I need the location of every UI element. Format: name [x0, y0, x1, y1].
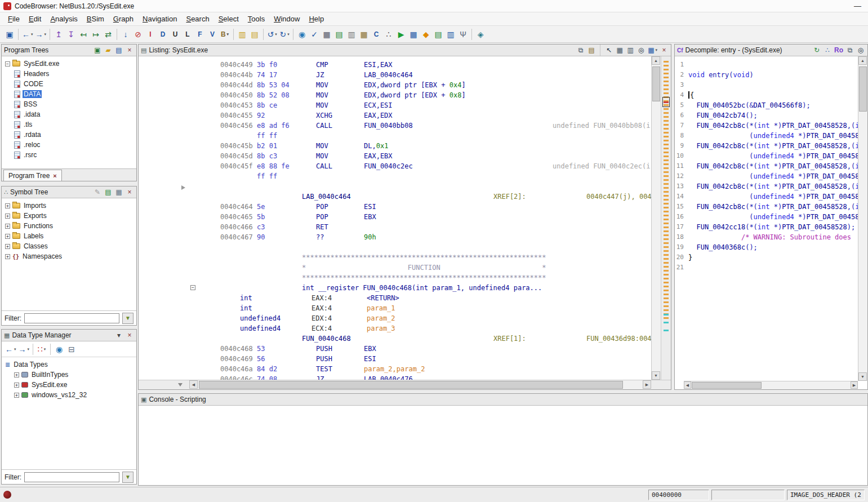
dtm-item-windows_vs12_32[interactable]: +windows_vs12_32 [3, 390, 135, 400]
scrollbar-thumb[interactable] [199, 381, 623, 389]
code-text[interactable]: FUN_0042cb8c(*(int *)PTR_DAT_00458528,(i… [688, 121, 858, 131]
listing-row[interactable]: 0040c44d8b 53 04MOVEDX,dword ptr [EBX + … [139, 80, 651, 90]
operands-field[interactable]: ESI [364, 354, 376, 364]
bytes-field[interactable]: ff ff [257, 131, 277, 141]
next-bookmark-icon[interactable]: B▾ [219, 29, 230, 40]
copy-icon[interactable]: ⧉ [845, 46, 854, 55]
overview-mark[interactable] [664, 282, 669, 283]
diamond-icon[interactable]: ◆ [420, 29, 431, 40]
anchor-icon[interactable]: Ψ [457, 29, 469, 40]
scroll-down-icon[interactable]: ▼ [652, 371, 660, 380]
bytes-field[interactable]: 5e [257, 202, 265, 212]
next-label-icon[interactable]: L [182, 29, 193, 40]
code-text[interactable]: (undefined4 *)PTR_DAT_00458428); [688, 131, 858, 141]
menu-window[interactable]: Window [269, 13, 304, 25]
code-text[interactable]: FUN_0042cb8c(*(int *)PTR_DAT_00458528,(i… [688, 161, 858, 171]
data-window-icon[interactable]: ▦ [358, 29, 370, 40]
dropdown-arrow-icon[interactable]: ▾ [44, 347, 46, 352]
overview-mark[interactable] [664, 171, 669, 173]
listing-vertical-scrollbar[interactable]: ▲ ▼ [651, 56, 661, 380]
overview-mark[interactable] [664, 258, 669, 260]
calltree-icon[interactable]: C [371, 29, 382, 40]
overview-mark[interactable] [664, 167, 669, 169]
menu-file[interactable]: File [3, 13, 24, 25]
overview-mark[interactable] [664, 163, 669, 165]
tree-expander-icon[interactable]: + [14, 372, 19, 377]
overview-mark[interactable] [664, 286, 669, 287]
save-tree-icon[interactable]: ▣ [93, 46, 102, 55]
next-data-icon[interactable]: D [157, 29, 168, 40]
operands-field[interactable]: LAB_0040c476 [364, 374, 413, 380]
dropdown-arrow-icon[interactable]: ▾ [14, 347, 16, 352]
dropdown-arrow-icon[interactable]: ▾ [655, 48, 657, 52]
decompile-line[interactable]: 19 FUN_0040368c(); [675, 242, 858, 252]
address-field[interactable]: 0040c450 [220, 90, 253, 100]
overview-mark[interactable] [664, 242, 669, 244]
decompile-line[interactable]: 18 /* WARNING: Subroutine does [675, 232, 858, 242]
code-text[interactable]: FUN_0040368c(); [688, 242, 758, 252]
close-icon[interactable]: × [125, 331, 134, 340]
bytes-field[interactable]: 92 [257, 110, 265, 121]
collapse-all-icon[interactable]: ⊟ [66, 344, 77, 355]
overview-mark[interactable] [664, 195, 669, 197]
scroll-right-icon[interactable]: ▶ [643, 380, 651, 389]
tree-item-tls[interactable]: .tls [3, 119, 135, 130]
listing-row[interactable]: 0040c46c74 08JZLAB_0040c476 [139, 374, 651, 380]
listing-row[interactable]: 0040c456e8 ad f6CALLFUN_0040bb08undefine… [139, 121, 651, 131]
overview-mark[interactable] [664, 148, 669, 149]
overview-mark[interactable] [664, 159, 669, 161]
overview-mark[interactable] [664, 116, 669, 118]
scroll-up-icon[interactable]: ▲ [652, 56, 660, 65]
label-field[interactable]: LAB_0040c464 [302, 192, 351, 202]
symbol-tree-item-classes[interactable]: +Classes [3, 241, 135, 251]
code-text[interactable]: FUN_0042cb74(); [688, 110, 758, 121]
paste-icon[interactable]: ▤ [587, 46, 596, 55]
next-nonflow-icon[interactable]: V [207, 29, 218, 40]
listing-row[interactable]: 0040c4538b ceMOVECX,ESI [139, 100, 651, 110]
operands-field[interactable]: LAB_0040c464 [364, 70, 413, 80]
code-text[interactable]: (undefined4 *)PTR_DAT_004584cc); [688, 212, 858, 222]
cursor-location-icon[interactable]: ↖ [604, 46, 613, 55]
mnemonic-field[interactable]: RET [316, 222, 328, 232]
decompile-line[interactable]: 11 FUN_0042cb8c(*(int *)PTR_DAT_00458528… [675, 161, 858, 171]
back-icon[interactable]: ←▾ [5, 344, 17, 355]
close-icon[interactable]: × [125, 188, 134, 197]
mnemonic-field[interactable]: CALL [316, 161, 332, 171]
overview-mark[interactable] [664, 262, 669, 264]
overview-mark[interactable] [664, 250, 669, 252]
overview-mark[interactable] [664, 226, 669, 228]
symbol-tree-item-labels[interactable]: +Labels [3, 231, 135, 241]
forward-icon[interactable]: →▾ [35, 29, 47, 40]
scroll-down-icon[interactable]: ▼ [858, 372, 867, 381]
menu-help[interactable]: Help [304, 13, 328, 25]
overview-mark[interactable] [664, 69, 669, 70]
overview-mark[interactable] [664, 207, 669, 208]
listing-row[interactable]: ff ff [139, 171, 651, 181]
address-field[interactable]: 0040c46a [220, 364, 253, 374]
overview-mark[interactable] [664, 179, 669, 181]
tree-item-idata[interactable]: .idata [3, 109, 135, 119]
overview-mark[interactable] [664, 314, 669, 316]
console-header[interactable]: ▣ Console - Scripting [139, 394, 867, 406]
decompile-line[interactable]: 3 [675, 80, 858, 90]
overview-mark[interactable] [664, 238, 669, 240]
tree-expander-icon[interactable]: + [5, 214, 10, 219]
mnemonic-field[interactable]: PUSH [316, 354, 332, 364]
back-icon[interactable]: ←▾ [21, 29, 34, 40]
print-icon[interactable]: ▦ [114, 188, 123, 197]
world-icon[interactable]: ◉ [296, 29, 308, 40]
operands-field[interactable]: EBX [364, 212, 376, 222]
graph-icon[interactable]: ∴ [823, 46, 832, 55]
xref-header-field[interactable]: XREF[2]: [493, 192, 526, 202]
overview-mark[interactable] [664, 183, 669, 185]
overview-mark[interactable] [664, 136, 669, 137]
nav-swap-icon[interactable]: ⇄ [103, 29, 114, 40]
overview-mark[interactable] [664, 65, 669, 66]
xref-field[interactable]: 0040c447(j), 0040c44b(j) [586, 192, 651, 202]
next-function-icon[interactable]: F [194, 29, 206, 40]
tree-item-bss[interactable]: BSS [3, 99, 135, 109]
memory-search-all-icon[interactable]: ▤ [249, 29, 260, 40]
decompile-line[interactable]: 16 (undefined4 *)PTR_DAT_004584cc); [675, 212, 858, 222]
function-signature-field[interactable]: int __register FUN_0040c468(int param_1,… [302, 283, 542, 293]
overview-mark[interactable] [664, 322, 669, 323]
